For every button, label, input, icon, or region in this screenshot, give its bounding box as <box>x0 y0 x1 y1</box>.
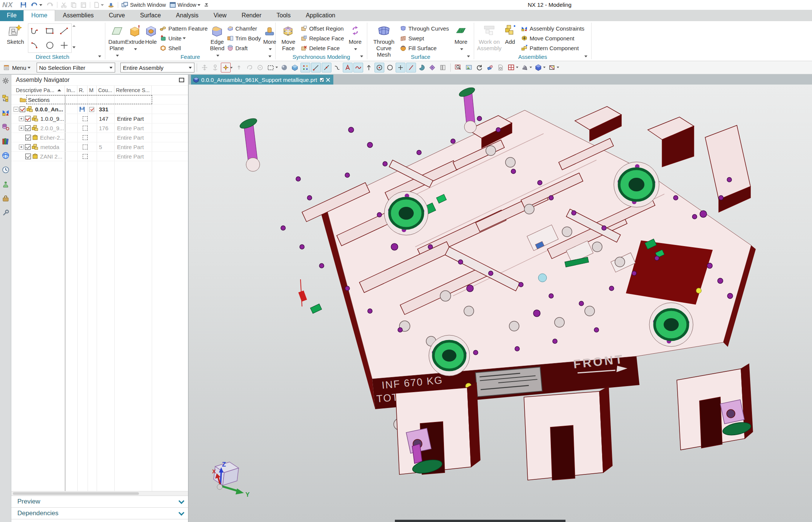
sync-more-caret[interactable] <box>354 48 357 50</box>
fill-surface-button[interactable]: Fill Surface <box>398 43 451 53</box>
tab-surface[interactable]: Surface <box>133 10 168 21</box>
dependencies-section-header[interactable]: Dependencies <box>11 507 188 519</box>
component-checkbox[interactable] <box>25 154 31 159</box>
preview-section-header[interactable]: Preview <box>11 496 188 507</box>
open-recent-button[interactable] <box>92 1 105 9</box>
clip-section-caret[interactable] <box>556 67 559 68</box>
profile-tool[interactable] <box>28 24 43 38</box>
extrude-caret[interactable] <box>134 48 137 50</box>
arc-tool[interactable] <box>28 38 43 52</box>
cut-button[interactable] <box>59 1 68 9</box>
surface-group-caret[interactable] <box>467 55 470 57</box>
add-component-button[interactable]: Add <box>501 23 519 45</box>
assembly-constraints-button[interactable]: Assembly Constraints <box>519 23 586 33</box>
snap-circle-toggle[interactable] <box>385 63 395 72</box>
shaded-sphere-button[interactable] <box>279 63 289 72</box>
column-info[interactable]: In... <box>65 86 77 95</box>
snap-slash-toggle[interactable] <box>406 63 416 72</box>
tab-file[interactable]: File <box>0 10 23 21</box>
tab-home[interactable]: Home <box>23 10 55 21</box>
snap-point-plus-toggle[interactable] <box>396 63 405 72</box>
palette-scroll-down[interactable] <box>72 46 75 48</box>
save-button[interactable] <box>18 1 28 9</box>
snap-center-toggle[interactable] <box>374 63 384 72</box>
tab-assemblies[interactable]: Assemblies <box>55 10 101 21</box>
snap-spline-toggle[interactable] <box>353 63 363 72</box>
through-curves-button[interactable]: Through Curves <box>398 23 451 33</box>
redo-button[interactable] <box>45 1 55 9</box>
expand-expander[interactable]: + <box>19 116 24 121</box>
assembly-navigator-tab[interactable] <box>1 94 10 103</box>
unite-caret[interactable] <box>183 37 186 39</box>
render-style-caret[interactable] <box>529 67 532 68</box>
tree-row-sections[interactable]: Sections <box>11 95 188 105</box>
system-scenes-tab[interactable] <box>1 208 10 217</box>
move-face-button[interactable]: MoveFace <box>279 23 298 51</box>
snap-midpoint-toggle[interactable] <box>322 63 331 72</box>
snap-text-toggle[interactable] <box>343 63 353 72</box>
datum-plane-button[interactable]: DatumPlane <box>108 23 125 58</box>
palette-scroll-up[interactable] <box>72 25 75 27</box>
extrude-button[interactable]: Extrude <box>125 23 145 51</box>
3d-viewport[interactable]: INF 670 KG TOT 1524 KG FRONT <box>189 85 812 522</box>
copy-button[interactable] <box>69 1 78 9</box>
circle-tool[interactable] <box>43 38 57 52</box>
column-read-only[interactable]: R. <box>77 86 88 95</box>
scrollbar-thumb[interactable] <box>13 492 139 495</box>
tab-curve[interactable]: Curve <box>101 10 133 21</box>
feature-more-button[interactable]: More <box>263 23 276 51</box>
hole-button[interactable]: Hole <box>145 23 157 45</box>
rectangle-tool[interactable] <box>43 24 57 38</box>
tab-close-icon[interactable] <box>326 77 330 82</box>
tree-row-part-zani[interactable]: ZANI 2... <box>11 152 188 161</box>
snap-endpoint-toggle[interactable] <box>311 63 321 72</box>
process-studio-tab[interactable] <box>1 180 10 189</box>
ribbon-collapse-button[interactable] <box>205 3 208 6</box>
refresh-view-button[interactable] <box>475 63 484 72</box>
reuse-library-tab[interactable] <box>1 137 10 146</box>
erase-button[interactable] <box>485 63 495 72</box>
panels-toggle[interactable] <box>438 63 448 72</box>
navigator-tree[interactable]: Sections − 0.0.0_An... 331 + <box>11 95 188 491</box>
sync-group-caret[interactable] <box>360 55 363 57</box>
orientation-triad[interactable]: Z X Y <box>212 461 250 498</box>
chamfer-button[interactable]: Chamfer <box>225 23 263 33</box>
roles-tab[interactable] <box>1 194 10 203</box>
open-dropdown-caret[interactable] <box>101 4 104 6</box>
expand-expander[interactable]: + <box>19 126 24 131</box>
sync-more-button[interactable]: More <box>346 23 364 51</box>
navigator-horizontal-scrollbar[interactable] <box>11 491 188 496</box>
part-navigator-tab[interactable] <box>1 122 10 131</box>
resource-bar-settings[interactable] <box>1 76 10 85</box>
snap-point-caret[interactable] <box>230 67 232 69</box>
switch-window-button[interactable]: Switch Window <box>120 1 167 9</box>
find-component-button[interactable] <box>200 63 210 72</box>
web-browser-tab[interactable] <box>1 151 10 160</box>
tab-analysis[interactable]: Analysis <box>168 10 206 21</box>
history-tab[interactable] <box>1 165 10 174</box>
format-painter-button[interactable] <box>106 1 116 9</box>
work-plane-button[interactable] <box>290 63 300 72</box>
shell-button[interactable]: Shell <box>158 43 209 53</box>
undo-dropdown-caret[interactable] <box>39 4 42 6</box>
shaded-view-caret[interactable] <box>543 67 545 68</box>
component-checkbox[interactable] <box>25 135 31 140</box>
surface-more-button[interactable]: More <box>451 23 471 51</box>
snap-pie-toggle[interactable] <box>417 63 427 72</box>
shaded-view-button[interactable] <box>533 63 543 72</box>
work-on-assembly-button[interactable]: Work onAssembly <box>477 23 501 51</box>
replace-face-button[interactable]: Replace Face <box>299 33 346 43</box>
swept-button[interactable]: Swept <box>398 33 451 43</box>
clip-section-button[interactable] <box>547 63 557 72</box>
document-tab[interactable]: 0.0.0_Ansamblu_961K_Support metallique.p… <box>191 75 333 85</box>
find-in-window-button[interactable] <box>453 63 463 72</box>
paste-button[interactable] <box>79 1 88 9</box>
draft-button[interactable]: Draft <box>225 43 263 53</box>
snap-scatter-toggle[interactable] <box>300 63 310 72</box>
tree-row-part-echer[interactable]: Echer-2... <box>11 133 188 142</box>
column-reference-set[interactable]: Reference S... <box>114 86 152 95</box>
snap-curve-toggle[interactable] <box>332 63 342 72</box>
export-displayed-part-button[interactable] <box>496 63 505 72</box>
collapse-expander[interactable]: − <box>14 107 18 112</box>
feature-group-caret[interactable] <box>268 55 271 57</box>
